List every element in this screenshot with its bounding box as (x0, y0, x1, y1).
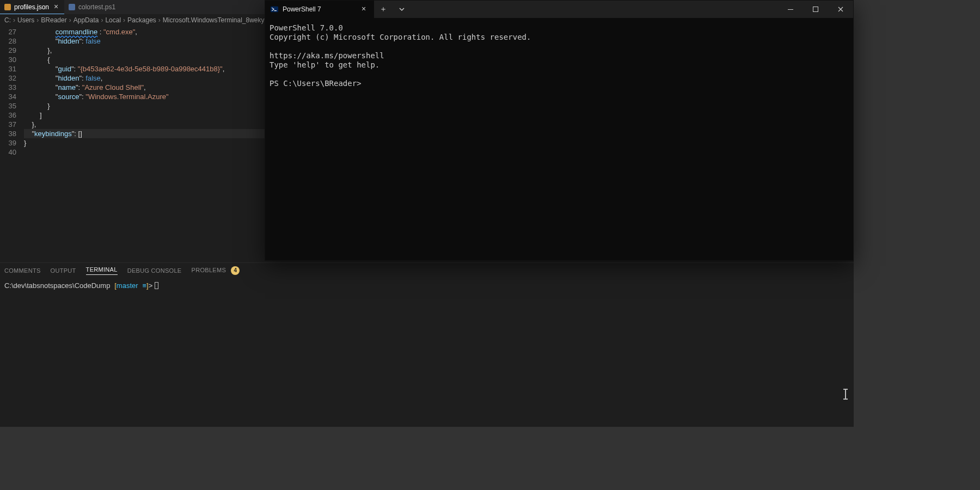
maximize-button[interactable] (803, 1, 828, 18)
breadcrumb-segment[interactable]: AppData (74, 16, 99, 24)
panel-tab-label: PROBLEMS (192, 267, 226, 273)
breadcrumb-segment[interactable]: C: (4, 16, 11, 24)
editor-tab-profiles-json[interactable]: profiles.json × (0, 0, 64, 14)
terminal-cwd: C:\dev\tabsnotspaces\CodeDump (4, 281, 110, 290)
git-branch: master (117, 281, 138, 290)
minimize-button[interactable] (778, 1, 803, 18)
breadcrumb-segment[interactable]: Packages (127, 16, 156, 24)
new-tab-button[interactable]: ＋ (374, 1, 393, 18)
editor-tab-colortest-ps1[interactable]: colortest.ps1 × (64, 0, 131, 14)
svg-rect-2 (813, 7, 818, 12)
panel-tabbar: COMMENTS OUTPUT TERMINAL DEBUG CONSOLE P… (0, 263, 854, 278)
line-number-gutter: 2728293031323334353637383940 (0, 26, 24, 262)
panel-tab-problems[interactable]: PROBLEMS 4 (192, 266, 240, 275)
text-cursor-icon (845, 390, 846, 399)
problems-badge: 4 (231, 266, 240, 275)
tab-dropdown-button[interactable] (393, 1, 411, 18)
maximize-icon (812, 6, 819, 13)
panel-tab-debug[interactable]: DEBUG CONSOLE (127, 267, 182, 274)
breadcrumb-segment[interactable]: Local (105, 16, 121, 24)
close-icon (837, 6, 844, 13)
window-controls (778, 1, 853, 18)
panel-tab-terminal[interactable]: TERMINAL (86, 266, 118, 275)
chevron-down-icon (399, 6, 405, 13)
svg-rect-1 (788, 9, 793, 10)
terminal-tab-title: PowerShell 7 (283, 5, 321, 13)
breadcrumb-segment[interactable]: BReader (41, 16, 66, 24)
ps1-file-icon (69, 4, 75, 10)
panel-tab-comments[interactable]: COMMENTS (4, 267, 41, 274)
close-window-button[interactable] (828, 1, 853, 18)
terminal-tab-powershell[interactable]: PowerShell 7 × (265, 1, 374, 18)
close-icon[interactable]: × (359, 4, 369, 14)
editor-tab-label: colortest.ps1 (78, 3, 115, 11)
editor-tab-label: profiles.json (14, 3, 49, 11)
breadcrumb-segment[interactable]: Users (17, 16, 34, 24)
json-file-icon (4, 4, 11, 10)
git-status-symbol: ≡ (142, 281, 146, 290)
terminal-cursor (155, 282, 158, 289)
windows-terminal-window: PowerShell 7 × ＋ PowerShell 7.0.0 Copyri… (265, 0, 854, 261)
terminal-output[interactable]: PowerShell 7.0.0 Copyright (c) Microsoft… (265, 18, 853, 260)
bottom-panel: COMMENTS OUTPUT TERMINAL DEBUG CONSOLE P… (0, 262, 854, 427)
panel-tab-output[interactable]: OUTPUT (51, 267, 76, 274)
titlebar[interactable]: PowerShell 7 × ＋ (265, 1, 853, 18)
powershell-icon (271, 5, 278, 13)
minimize-icon (787, 6, 794, 13)
close-icon[interactable]: × (52, 3, 60, 11)
integrated-terminal[interactable]: C:\dev\tabsnotspaces\CodeDump [master ≡]… (0, 278, 854, 293)
